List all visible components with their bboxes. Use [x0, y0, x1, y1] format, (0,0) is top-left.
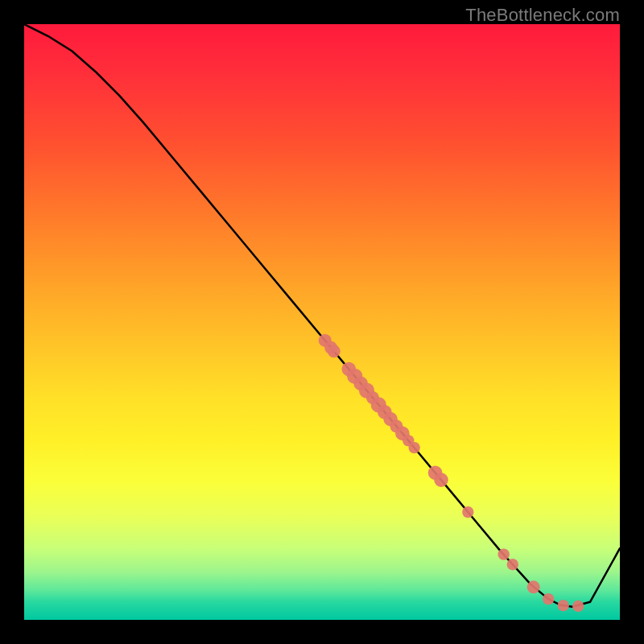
data-point: [409, 442, 420, 453]
data-markers: [319, 334, 584, 612]
data-point: [543, 593, 554, 605]
curve-line: [24, 24, 620, 607]
data-point: [462, 506, 473, 518]
chart-frame: TheBottleneck.com: [0, 0, 644, 644]
data-point: [572, 601, 584, 612]
plot-area: [24, 24, 620, 620]
data-point: [434, 473, 448, 487]
chart-svg: [24, 24, 620, 620]
data-point: [558, 600, 569, 611]
data-point: [527, 580, 540, 593]
data-point: [507, 559, 518, 570]
data-point: [498, 548, 510, 559]
watermark-text: TheBottleneck.com: [465, 5, 620, 26]
data-point: [328, 345, 341, 357]
